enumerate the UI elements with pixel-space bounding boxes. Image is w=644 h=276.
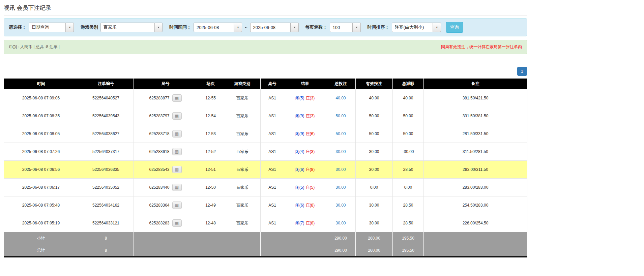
cell-table-no: AS1 bbox=[261, 214, 284, 232]
total-bet-link[interactable]: 30.00 bbox=[335, 167, 346, 172]
chevron-down-icon: ▼ bbox=[436, 26, 438, 29]
select-type-input[interactable] bbox=[29, 23, 66, 32]
total-bet-link[interactable]: 50.00 bbox=[335, 131, 346, 136]
date-from-combobox: ▼ bbox=[194, 23, 242, 32]
game-type-dropdown-button[interactable]: ▼ bbox=[154, 23, 163, 32]
cell-payout: 0.00 bbox=[393, 179, 424, 196]
result-player: 闲(9) bbox=[295, 131, 304, 136]
cell-result: 闲(5)庄(5) bbox=[284, 179, 326, 196]
roadmap-button[interactable]: ▦ bbox=[172, 219, 182, 227]
col-header-result: 结果 bbox=[284, 79, 326, 89]
table-row: 2025-06-08 07:06:17 522564035052 6252834… bbox=[4, 179, 527, 196]
cell-bet-id: 522564034162 bbox=[78, 196, 134, 214]
total-bet-link[interactable]: 30.00 bbox=[335, 185, 346, 190]
cell-payout: 28.50 bbox=[393, 214, 424, 232]
game-type-input[interactable] bbox=[100, 23, 154, 32]
cell-round: 625283618 ▦ bbox=[134, 143, 197, 161]
cell-session: 12-48 bbox=[197, 214, 224, 232]
date-from-input[interactable] bbox=[194, 23, 234, 32]
result-banker: 庄(8) bbox=[306, 203, 315, 208]
cell-total-bet: 50.00 bbox=[326, 107, 356, 125]
date-to-dropdown-button[interactable]: ▼ bbox=[291, 23, 299, 32]
roadmap-button[interactable]: ▦ bbox=[172, 184, 182, 191]
page-size-dropdown-button[interactable]: ▼ bbox=[353, 23, 361, 32]
page-size-input[interactable] bbox=[330, 23, 353, 32]
col-header-payout: 总派彩 bbox=[393, 79, 424, 89]
cell-round: 625283364 ▦ bbox=[134, 196, 197, 214]
cell-table-no: AS1 bbox=[261, 107, 284, 125]
roadmap-button[interactable]: ▦ bbox=[172, 94, 182, 102]
cell-result: 闲(9)庄(6) bbox=[284, 125, 326, 143]
roadmap-button[interactable]: ▦ bbox=[172, 148, 182, 155]
select-type-dropdown-button[interactable]: ▼ bbox=[66, 23, 74, 32]
total-bet-link[interactable]: 40.00 bbox=[335, 96, 346, 100]
cell-table-no: AS1 bbox=[261, 143, 284, 161]
total-total-bet: 290.00 bbox=[326, 244, 356, 257]
total-empty bbox=[134, 244, 197, 257]
total-empty bbox=[261, 244, 284, 257]
cell-table-no: AS1 bbox=[261, 89, 284, 107]
cell-valid-bet: 50.00 bbox=[356, 125, 393, 143]
sort-order-input[interactable] bbox=[392, 23, 433, 32]
cell-time: 2025-06-08 07:06:56 bbox=[4, 161, 78, 179]
filter-bar: 请选择： ▼ 游戏类别 ▼ 时间区间： ▼ ~ ▼ 每页笔数： ▼ 时间排序： … bbox=[4, 18, 527, 36]
col-header-game-type: 游戏类别 bbox=[224, 79, 261, 89]
roadmap-icon: ▦ bbox=[175, 132, 179, 136]
total-bet-link[interactable]: 30.00 bbox=[335, 149, 346, 154]
cell-result: 闲(5)庄(3) bbox=[284, 89, 326, 107]
round-number: 625283618 bbox=[149, 149, 169, 154]
table-row: 2025-06-08 07:05:19 522564033121 6252832… bbox=[4, 214, 527, 232]
cell-game-type: 百家乐 bbox=[224, 89, 261, 107]
roadmap-button[interactable]: ▦ bbox=[172, 202, 182, 209]
date-to-combobox: ▼ bbox=[250, 23, 299, 32]
round-number: 625283797 bbox=[149, 114, 169, 118]
cell-table-no: AS1 bbox=[261, 125, 284, 143]
cell-time: 2025-06-08 07:06:17 bbox=[4, 179, 78, 196]
chevron-down-icon: ▼ bbox=[157, 26, 160, 29]
col-header-table-no: 桌号 bbox=[261, 79, 284, 89]
col-header-valid-bet: 有效投注 bbox=[356, 79, 393, 89]
cell-game-type: 百家乐 bbox=[224, 107, 261, 125]
cell-round: 625283718 ▦ bbox=[134, 125, 197, 143]
roadmap-icon: ▦ bbox=[175, 150, 179, 154]
total-bet-link[interactable]: 30.00 bbox=[335, 203, 346, 208]
cell-note: 331.50/381.50 bbox=[424, 107, 527, 125]
cell-round: 625283877 ▦ bbox=[134, 89, 197, 107]
result-banker: 庄(8) bbox=[306, 167, 315, 172]
col-header-round: 局号 bbox=[134, 79, 197, 89]
total-bet-link[interactable]: 50.00 bbox=[335, 114, 346, 118]
sort-order-dropdown-button[interactable]: ▼ bbox=[433, 23, 441, 32]
summary-bar: 币别 : 人民币 | 总共 :8 注单 | 同局有效投注，统一计算在该局第一张注… bbox=[4, 40, 527, 54]
cell-total-bet: 30.00 bbox=[326, 214, 356, 232]
subtotal-empty bbox=[424, 232, 527, 244]
total-valid-bet: 260.00 bbox=[356, 244, 393, 257]
cell-valid-bet: 30.00 bbox=[356, 161, 393, 179]
roadmap-button[interactable]: ▦ bbox=[172, 112, 182, 120]
round-number: 625283877 bbox=[149, 96, 169, 100]
result-banker: 庄(3) bbox=[306, 96, 315, 100]
cell-session: 12-53 bbox=[197, 125, 224, 143]
roadmap-button[interactable]: ▦ bbox=[172, 130, 182, 137]
cell-note: 281.50/331.50 bbox=[424, 125, 527, 143]
table-header: 时间 注单编号 局号 场次 游戏类别 桌号 结果 总投注 有效投注 总派彩 备注 bbox=[4, 79, 527, 89]
roadmap-button[interactable]: ▦ bbox=[172, 166, 182, 173]
cell-time: 2025-06-08 07:05:19 bbox=[4, 214, 78, 232]
roadmap-icon: ▦ bbox=[175, 185, 179, 189]
sort-order-label: 时间排序： bbox=[368, 24, 389, 30]
total-bet-link[interactable]: 30.00 bbox=[335, 221, 346, 225]
cell-bet-id: 522564038627 bbox=[78, 125, 134, 143]
result-banker: 庄(3) bbox=[306, 114, 315, 118]
page-button-1[interactable]: 1 bbox=[517, 67, 527, 76]
date-to-input[interactable] bbox=[250, 23, 291, 32]
search-button[interactable]: 查询 bbox=[446, 22, 463, 33]
cell-round: 625283797 ▦ bbox=[134, 107, 197, 125]
cell-game-type: 百家乐 bbox=[224, 125, 261, 143]
table-row: 2025-06-08 07:05:48 522564034162 6252833… bbox=[4, 196, 527, 214]
table-row: 2025-06-08 07:09:06 522564040527 6252838… bbox=[4, 89, 527, 107]
date-from-dropdown-button[interactable]: ▼ bbox=[234, 23, 242, 32]
select-type-combobox: ▼ bbox=[29, 23, 74, 32]
total-empty bbox=[424, 244, 527, 257]
subtotal-empty bbox=[134, 232, 197, 244]
cell-time: 2025-06-08 07:08:05 bbox=[4, 125, 78, 143]
roadmap-icon: ▦ bbox=[175, 203, 179, 207]
